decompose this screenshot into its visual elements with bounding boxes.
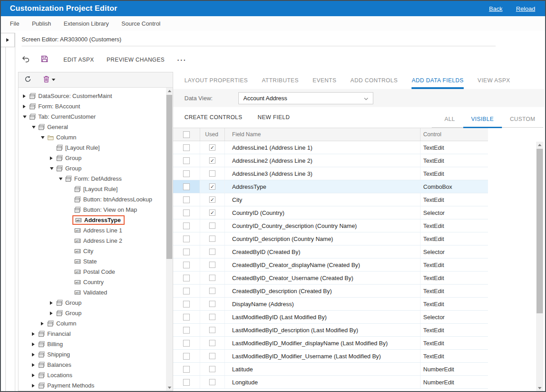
used-checkbox[interactable] [209,249,215,255]
reload-link[interactable]: Reload [516,5,535,12]
tree-node-city[interactable]: abCity [18,246,166,256]
tree-node-validated[interactable]: abValidated [18,287,166,298]
tree-node-group[interactable]: Group [18,163,166,174]
used-checkbox[interactable]: ✓ [209,157,215,164]
tree-node-layout-rule[interactable]: [Layout Rule] [18,184,166,194]
grid-row-createdbyid-created-by[interactable]: CreatedByID (Created By)Selector [173,245,488,258]
row-select-checkbox[interactable] [183,327,190,334]
row-select-checkbox[interactable] [183,209,190,216]
tree-node-addresstype[interactable]: abAddressType [18,215,166,225]
tree-node-form-defaddress[interactable]: Form: DefAddress [18,174,166,184]
tree-node-tab-currentcustomer[interactable]: Tab: CurrentCustomer [18,111,166,122]
expand-arrow[interactable] [32,343,38,346]
expand-arrow[interactable] [23,94,29,98]
expand-arrow[interactable] [32,384,38,388]
row-select-checkbox[interactable] [183,236,190,242]
tree-scroll-down-button[interactable] [166,384,173,391]
used-checkbox[interactable] [209,366,215,372]
used-checkbox[interactable] [209,275,215,281]
grid-row-displayname-address[interactable]: DisplayName (Address)TextEdit [173,298,488,311]
tree-node-group[interactable]: Group [18,298,166,308]
tree-node-address-line-2[interactable]: abAddress Line 2 [18,236,166,246]
row-select-checkbox[interactable] [183,301,190,307]
tree-node-financial[interactable]: Financial [18,329,166,339]
used-checkbox[interactable] [209,379,215,385]
tree-node-state[interactable]: abState [18,256,166,267]
tree-node-button-btnaddresslookup[interactable]: Button: btnAddressLookup [18,194,166,205]
row-select-checkbox[interactable] [183,353,190,360]
tree-scroll-up-button[interactable] [166,88,173,94]
used-checkbox[interactable] [209,288,215,294]
grid-row-createdbyid-creator-displayname-created-by[interactable]: CreatedByID_Creator_displayName (Created… [173,258,488,272]
grid-row-lastmodifiedbyid-last-modified-by[interactable]: LastModifiedByID (Last Modified By)Selec… [173,311,488,324]
grid-row-lastmodifiedbyid-modifier-displayname-last-modified-by[interactable]: LastModifiedByID_Modifier_displayName (L… [173,337,488,350]
used-checkbox[interactable]: ✓ [209,144,215,151]
tree-scrollbar-thumb[interactable] [166,95,172,259]
refresh-button[interactable] [24,76,31,85]
tree-node-payment-methods[interactable]: Payment Methods [18,380,166,391]
tab-add-data-fields[interactable]: ADD DATA FIELDS [412,77,463,89]
expand-arrow[interactable] [32,353,38,356]
used-checkbox[interactable] [209,314,215,320]
expand-arrow[interactable] [50,167,56,170]
row-select-checkbox[interactable] [183,288,190,294]
sidebar-collapse-tab[interactable] [1,33,15,47]
expand-arrow[interactable] [59,178,65,180]
used-checkbox[interactable] [209,301,215,307]
used-checkbox[interactable] [209,353,215,359]
tree-node-country[interactable]: abCountry [18,277,166,287]
tree-node-address-line-1[interactable]: abAddress Line 1 [18,225,166,236]
tree-node-column[interactable]: Column [18,132,166,143]
expand-arrow[interactable] [50,312,56,315]
menu-item-file[interactable]: File [4,20,26,27]
grid-row-addressline1-address-line-1[interactable]: ✓AddressLine1 (Address Line 1)TextEdit [173,141,488,154]
expand-arrow[interactable] [41,136,47,139]
undo-button[interactable] [22,56,30,64]
used-checkbox[interactable] [209,170,215,177]
row-select-checkbox[interactable] [183,196,190,203]
expand-arrow[interactable] [32,126,38,129]
menu-item-publish[interactable]: Publish [26,20,58,27]
tree-node-shipping[interactable]: Shipping [18,349,166,360]
used-checkbox[interactable]: ✓ [209,196,215,203]
expand-arrow[interactable] [50,301,56,305]
grid-row-addresstype[interactable]: ✓AddressTypeComboBox [173,180,488,193]
more-button[interactable]: ··· [177,56,187,64]
grid-row-longitude[interactable]: LongitudeNumberEdit [173,376,488,389]
grid-row-lastmodifiedbyid-modifier-username-last-modified-by[interactable]: LastModifiedByID_Modifier_Username (Last… [173,350,488,363]
grid-row-addressline3-address-line-3[interactable]: AddressLine3 (Address Line 3)TextEdit [173,167,488,180]
menu-item-source-control[interactable]: Source Control [115,20,167,27]
expand-arrow[interactable] [23,105,29,108]
row-select-checkbox[interactable] [183,170,190,177]
grid-scroll-up-button[interactable] [536,142,543,148]
tree-node-group[interactable]: Group [18,308,166,318]
grid-row-createdbyid-description-created-by[interactable]: CreatedByID_description (Created By)Text… [173,285,488,298]
grid-row-countryid-description-country-name[interactable]: CountryID_description (Country Name)Text… [173,232,488,245]
used-checkbox[interactable] [209,262,215,268]
row-select-checkbox[interactable] [183,223,190,229]
row-select-checkbox[interactable] [183,275,190,281]
edit-aspx-button[interactable]: EDIT ASPX [63,57,94,63]
used-checkbox[interactable] [209,223,215,229]
expand-arrow[interactable] [32,332,38,336]
grid-row-city[interactable]: ✓CityTextEdit [173,193,488,206]
menu-item-extension-library[interactable]: Extension Library [58,20,115,27]
row-select-checkbox[interactable] [183,144,190,151]
grid-row-latitude[interactable]: LatitudeNumberEdit [173,363,488,376]
tree-node-column[interactable]: Column [18,318,166,329]
filter-tab-custom[interactable]: CUSTOM [502,116,543,128]
expand-arrow[interactable] [23,116,29,118]
tree-node-datasource-customermaint[interactable]: DataSource: CustomerMaint [18,91,166,101]
preview-changes-button[interactable]: PREVIEW CHANGES [107,57,165,63]
used-checkbox[interactable] [209,236,215,242]
tab-view-aspx[interactable]: VIEW ASPX [478,77,510,89]
grid-row-countryid-country-description-country-name[interactable]: CountryID_Country_description (Country N… [173,219,488,232]
row-select-checkbox[interactable] [183,249,190,255]
select-all-checkbox[interactable] [183,131,190,138]
expand-arrow[interactable] [50,156,56,160]
tree-node-postal-code[interactable]: abPostal Code [18,267,166,277]
row-select-checkbox[interactable] [183,183,190,190]
tree-node-layout-rule[interactable]: [Layout Rule] [18,143,166,153]
grid-row-createdbyid-creator-username-created-by[interactable]: CreatedByID_Creator_Username (Created By… [173,272,488,285]
data-view-select[interactable]: Account Address [238,92,373,104]
